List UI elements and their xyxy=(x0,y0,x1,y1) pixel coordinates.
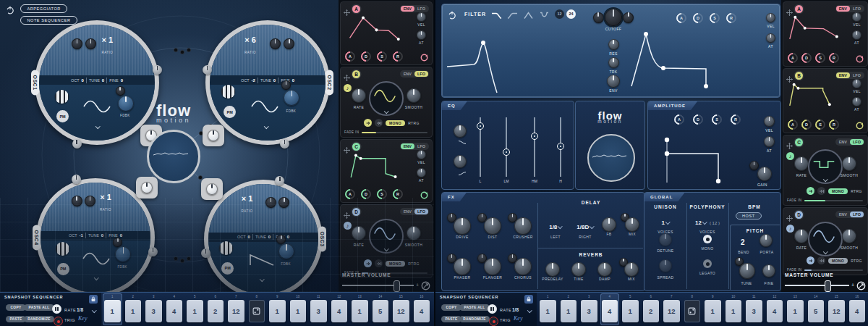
move-icon[interactable] xyxy=(786,212,793,218)
trig-record-button[interactable] xyxy=(489,317,498,326)
sequencer-step[interactable]: 101 xyxy=(724,293,744,325)
filter-type-lowpass-icon[interactable] xyxy=(491,9,502,18)
porta-knob[interactable] xyxy=(760,234,773,247)
arpeggiator-button[interactable]: ARPEGGIATOR xyxy=(20,4,67,13)
pause-button[interactable] xyxy=(52,304,61,314)
eq-high-knob[interactable] xyxy=(454,155,467,168)
chevron-down-icon[interactable] xyxy=(384,109,388,113)
fine-value[interactable]: 0 xyxy=(292,78,294,83)
env-toggle[interactable]: ENV xyxy=(836,72,850,78)
paste-all-button[interactable]: PASTE ALL xyxy=(24,304,54,311)
power-icon[interactable] xyxy=(6,4,14,13)
mod-slot-badge[interactable]: C xyxy=(795,138,803,146)
rate-value[interactable]: 1/8 xyxy=(512,307,519,312)
lfo-wave-display[interactable] xyxy=(369,81,404,116)
tune-value[interactable]: 0 xyxy=(268,235,271,239)
detune-knob[interactable] xyxy=(659,233,672,246)
fine-value[interactable]: 0 xyxy=(287,235,289,239)
step-cell[interactable]: 3 xyxy=(581,300,597,322)
sequencer-step[interactable]: 1512 xyxy=(827,293,846,325)
smooth-knob[interactable] xyxy=(407,88,421,103)
slider-handle[interactable] xyxy=(825,280,831,292)
move-icon[interactable] xyxy=(344,6,350,12)
reverb-predelay-knob[interactable] xyxy=(545,262,560,277)
adsr-knob[interactable]: A xyxy=(345,189,355,199)
mod-slot-badge[interactable]: A xyxy=(795,5,803,13)
fine-value[interactable]: 0 xyxy=(121,78,123,83)
ring-knob[interactable] xyxy=(280,139,289,149)
step-cell[interactable]: 1 xyxy=(352,300,368,322)
oct-value[interactable]: -2 xyxy=(252,78,255,83)
envelope-display[interactable] xyxy=(786,79,843,109)
reverb-mix-knob[interactable] xyxy=(624,262,639,277)
trigger-mode-icon[interactable] xyxy=(807,187,814,195)
ring-knob[interactable] xyxy=(153,65,162,75)
adsr-knob[interactable]: D xyxy=(801,120,812,130)
eq-band-slider[interactable] xyxy=(506,117,507,177)
sequencer-step[interactable]: 44 xyxy=(600,293,620,325)
sequencer-step[interactable]: 124 xyxy=(330,293,349,325)
fan-icon[interactable] xyxy=(55,90,69,104)
step-cell[interactable]: 1 xyxy=(705,300,721,322)
mono-button[interactable]: MONO xyxy=(828,258,848,264)
step-cell[interactable]: 12 xyxy=(393,300,409,322)
step-cell[interactable]: 1 xyxy=(622,300,639,322)
sequencer-step[interactable]: 51 xyxy=(185,293,205,325)
key-mode-label[interactable]: Key xyxy=(78,315,87,322)
vel-knob[interactable] xyxy=(417,12,426,22)
lfo-toggle[interactable]: LFO xyxy=(850,6,864,12)
limiter-icon[interactable] xyxy=(856,280,866,290)
copy-button[interactable]: COPY xyxy=(441,304,461,311)
step-cell[interactable]: 5 xyxy=(808,300,825,322)
master-volume-slider[interactable] xyxy=(785,285,849,286)
note-sequencer-button[interactable]: NOTE SEQUENCER xyxy=(20,16,77,25)
step-cell[interactable]: 3 xyxy=(746,300,762,322)
fine-knob[interactable] xyxy=(762,264,775,277)
smooth-knob[interactable] xyxy=(842,156,856,171)
envelope-display[interactable] xyxy=(343,150,407,180)
fade-in-slider[interactable] xyxy=(804,269,863,271)
trigger-hold-icon[interactable] xyxy=(375,259,383,267)
step-cell[interactable]: 1 xyxy=(104,300,121,322)
retrigger-label[interactable]: RTRG xyxy=(851,259,862,263)
step-cell[interactable]: 12 xyxy=(828,300,845,322)
sequencer-step[interactable]: 164 xyxy=(848,293,867,325)
dist-knob[interactable] xyxy=(484,217,501,235)
env-toggle[interactable]: ENV xyxy=(401,6,414,12)
tune-value[interactable]: 0 xyxy=(273,78,276,83)
env-toggle[interactable]: ENV xyxy=(401,143,414,149)
mono-button[interactable]: MONO xyxy=(386,261,405,267)
step-dice-icon[interactable] xyxy=(684,300,701,322)
step-cell[interactable]: 1 xyxy=(726,300,742,322)
step-cell[interactable]: 1 xyxy=(787,300,804,322)
smooth-knob[interactable] xyxy=(842,229,856,243)
env-toggle[interactable]: ENV xyxy=(836,6,850,12)
sequencer-step[interactable]: 11 xyxy=(103,293,122,325)
filter-type-highpass-icon[interactable] xyxy=(507,9,518,18)
step-cell[interactable]: 3 xyxy=(310,300,327,322)
env-toggle[interactable]: ENV xyxy=(836,212,850,217)
trig-record-button[interactable] xyxy=(54,317,63,326)
retrigger-label[interactable]: RTRG xyxy=(851,189,862,193)
lfo-wave-display[interactable] xyxy=(808,222,843,256)
unison-voices-select[interactable]: 1 VOICES xyxy=(644,214,686,234)
step-cell[interactable]: 1 xyxy=(561,300,577,322)
lock-icon[interactable] xyxy=(89,295,98,304)
cutoff-mod-knob[interactable] xyxy=(593,12,604,23)
flanger-knob[interactable] xyxy=(484,258,501,275)
ring-knob[interactable] xyxy=(148,247,158,256)
randomize-button[interactable]: RANDOMIZE xyxy=(24,316,54,322)
step-cell[interactable]: 4 xyxy=(767,300,783,322)
mono-button[interactable]: MONO xyxy=(828,188,848,194)
lfo-toggle[interactable]: LFO xyxy=(850,212,864,217)
trigger-mode-icon[interactable] xyxy=(364,119,372,127)
sequencer-step[interactable]: 91 xyxy=(268,293,287,325)
vel-knob[interactable] xyxy=(852,79,861,88)
step-cell[interactable]: 1 xyxy=(125,300,142,322)
env-toggle[interactable]: ENV xyxy=(401,71,414,77)
envelope-display[interactable] xyxy=(786,12,843,43)
ring-knob[interactable] xyxy=(203,65,212,75)
sequencer-step[interactable]: 712 xyxy=(226,293,246,325)
step-cell[interactable]: 1 xyxy=(269,300,286,322)
paste-button[interactable]: PASTE xyxy=(6,316,26,322)
